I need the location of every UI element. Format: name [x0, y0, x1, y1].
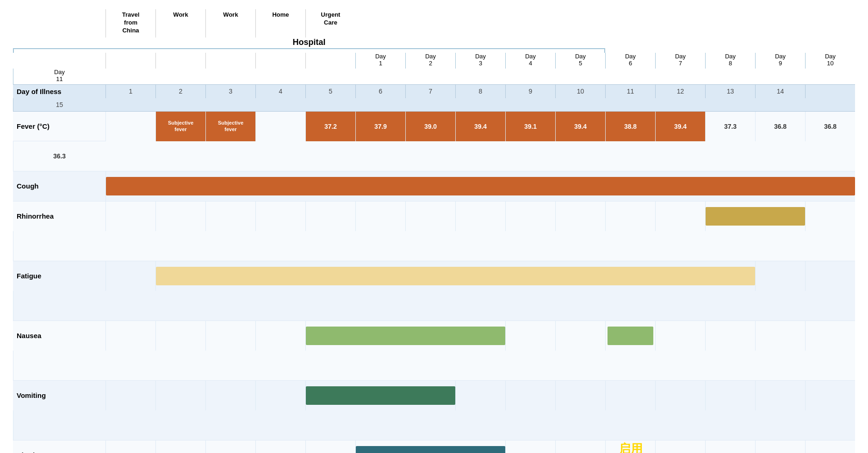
diarrhea-cell-10: 启用 Remdesivir [605, 440, 655, 453]
vomiting-cell-10 [605, 381, 655, 410]
rhinorrhea-cell-1 [155, 201, 205, 231]
vomiting-bar-4-6 [305, 381, 455, 410]
fever-cell-7: 39.4 [455, 112, 505, 141]
vomiting-cell-15 [13, 410, 105, 440]
col-day-1: Day1 [355, 53, 405, 69]
col-day-work1 [155, 53, 205, 69]
vomiting-cell-11 [655, 381, 705, 410]
doi-cell-13: 13 [705, 85, 755, 98]
rhinorrhea-cell-3 [255, 201, 305, 231]
sym-col-header-empty [13, 53, 105, 69]
col-day-5: Day5 [555, 53, 605, 69]
cough-label: Cough [13, 171, 105, 201]
nausea-bar-1 [306, 327, 505, 345]
fatigue-cell-15 [13, 291, 105, 321]
doi-label: Day of Illness [13, 85, 105, 98]
nausea-bar-4-7 [305, 321, 505, 351]
cough-bar [106, 177, 855, 195]
col-day-11: Day11 [13, 69, 105, 84]
fever-cell-13: 36.8 [755, 112, 805, 141]
diarrhea-cell-3 [255, 440, 305, 453]
fever-cell-10: 38.8 [605, 112, 655, 141]
fever-cell-1: Subjectivefever [155, 112, 205, 141]
nausea-cell-15 [13, 351, 105, 380]
vomiting-cell-8 [505, 381, 555, 410]
nausea-cell-2 [205, 321, 255, 351]
top-left-empty [13, 9, 105, 38]
nausea-cell-9 [555, 321, 605, 351]
doi-cell-3: 3 [205, 85, 255, 98]
doi-cell-16: 15 [13, 98, 105, 111]
nausea-label: Nausea [13, 321, 105, 351]
diarrhea-cell-12 [705, 440, 755, 453]
doi-cell-14: 14 [755, 85, 805, 98]
fever-cell-14: 36.8 [805, 112, 855, 141]
rhinorrhea-cell-8 [505, 201, 555, 231]
fever-cell-8: 39.1 [505, 112, 555, 141]
fatigue-cell-13 [755, 261, 805, 291]
diarrhea-cell-2 [205, 440, 255, 453]
doi-cell-8: 8 [455, 85, 505, 98]
rhinorrhea-cell-6 [405, 201, 455, 231]
vomiting-cell-14 [805, 381, 855, 410]
col-header-urgent: UrgentCare [305, 9, 355, 38]
rhinorrhea-row: Rhinorrhea [13, 201, 855, 261]
chart-container: TravelfromChina Work Work Home UrgentCar… [13, 9, 855, 453]
rhinorrhea-cell-2 [205, 201, 255, 231]
doi-cell-12: 12 [655, 85, 705, 98]
fatigue-row: Fatigue [13, 261, 855, 321]
diarrhea-cell-0 [105, 440, 155, 453]
rhinorrhea-cell-0 [105, 201, 155, 231]
fever-cell-12: 37.3 [705, 112, 755, 141]
diarrhea-cell-8 [505, 440, 555, 453]
col-day-8: Day8 [705, 53, 755, 69]
vomiting-row: Vomiting [13, 381, 855, 440]
fatigue-bar-container [155, 261, 755, 291]
col-day-travel [105, 53, 155, 69]
col-day-work2 [205, 53, 255, 69]
vomiting-cell-3 [255, 381, 305, 410]
rhinorrhea-bar-12-13 [705, 201, 805, 231]
nausea-cell-12 [705, 321, 755, 351]
nausea-cell-1 [155, 321, 205, 351]
fatigue-bar [156, 267, 755, 285]
nausea-cell-11 [655, 321, 705, 351]
diarrhea-cell-1 [155, 440, 205, 453]
diarrhea-cell-4 [305, 440, 355, 453]
col-header-travel: TravelfromChina [105, 9, 155, 38]
fever-cell-5: 37.9 [355, 112, 405, 141]
vomiting-cell-12 [705, 381, 755, 410]
diarrhea-bar [356, 446, 505, 453]
col-day-10: Day10 [805, 53, 855, 69]
col-day-3: Day3 [455, 53, 505, 69]
fever-cell-6: 39.0 [405, 112, 455, 141]
rhinorrhea-cell-9 [555, 201, 605, 231]
remdesivir-note: 启用 Remdesivir [603, 442, 658, 453]
fever-cell-2: Subjectivefever [205, 112, 255, 141]
diarrhea-row: Diarrhea 启用 Remdesivir [13, 440, 855, 453]
col-day-2: Day2 [405, 53, 455, 69]
doi-cell-11: 11 [605, 85, 655, 98]
rhinorrhea-cell-11 [655, 201, 705, 231]
doi-cell-5: 5 [305, 85, 355, 98]
nausea-cell-0 [105, 321, 155, 351]
rhinorrhea-cell-7 [455, 201, 505, 231]
doi-cell-4: 4 [255, 85, 305, 98]
col-header-work1: Work [155, 9, 205, 38]
rhinorrhea-cell-10 [605, 201, 655, 231]
col-day-home [255, 53, 305, 69]
vomiting-cell-9 [555, 381, 605, 410]
diarrhea-cell-11 [655, 440, 705, 453]
diarrhea-bar-5-7 [355, 440, 505, 453]
col-day-6: Day6 [605, 53, 655, 69]
nausea-bar-2 [608, 327, 653, 345]
fatigue-cell-14 [805, 261, 855, 291]
vomiting-cell-1 [155, 381, 205, 410]
rhinorrhea-cell-14 [805, 201, 855, 231]
nausea-bar-10 [605, 321, 655, 351]
remdesivir-chinese: 启用 [603, 442, 658, 453]
doi-cell-1: 1 [105, 85, 155, 98]
nausea-cell-8 [505, 321, 555, 351]
fatigue-cell-0 [105, 261, 155, 291]
col-day-4: Day4 [505, 53, 555, 69]
